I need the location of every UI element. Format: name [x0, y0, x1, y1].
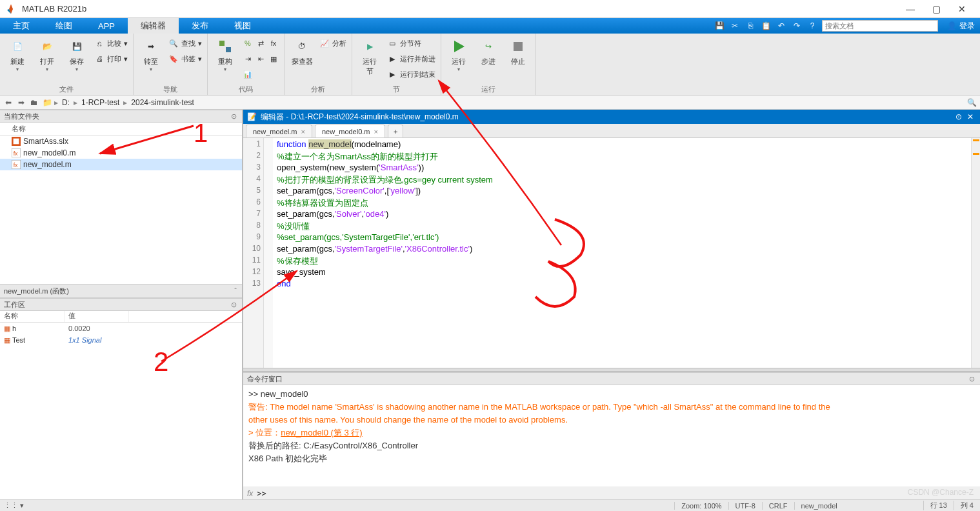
ws-name-col[interactable]: 名称	[0, 311, 65, 322]
editor-tab-row: new_model.m×new_model0.m× +	[243, 124, 980, 138]
compare-button[interactable]: ⎌比较 ▾	[93, 36, 129, 50]
profiler-button[interactable]: ⏱探查器	[288, 36, 315, 66]
open-button[interactable]: 📂打开▾	[34, 36, 61, 72]
code-row2[interactable]: ⇥⇤▦	[241, 52, 280, 66]
editor-tab[interactable]: new_model.m×	[246, 125, 312, 137]
status-zoom[interactable]: Zoom: 100%	[674, 502, 728, 510]
tab-view[interactable]: 视图	[221, 18, 264, 34]
run-section-button[interactable]: ▶运行 节	[356, 36, 383, 76]
panel-menu-icon[interactable]: ⊙	[230, 112, 238, 121]
tab-close-icon[interactable]: ×	[301, 128, 305, 135]
command-window[interactable]: >> new_model0警告: The model name 'SmartAs…	[243, 385, 980, 486]
new-button[interactable]: 📄新建▾	[4, 36, 31, 72]
file-row[interactable]: fxnew_model0.m	[0, 147, 242, 159]
crumb-drive[interactable]: D:	[59, 98, 72, 107]
code-editor[interactable]: 12345678910111213 function new_model(mod…	[243, 138, 980, 368]
status-line: 行 13	[923, 501, 954, 510]
print-button[interactable]: 🖨打印 ▾	[93, 52, 129, 66]
details-collapse-icon[interactable]: ˆ	[233, 287, 238, 295]
goto-button[interactable]: ➡转至▾	[137, 36, 165, 72]
qat-undo-icon[interactable]: ↶	[775, 20, 787, 32]
save-button[interactable]: 💾保存▾	[63, 36, 90, 72]
svg-rect-3	[514, 42, 523, 51]
group-section-label: 节	[356, 85, 437, 95]
matlab-logo-icon	[5, 3, 17, 15]
crumb-2[interactable]: 2024-simulink-test	[128, 98, 196, 107]
workspace-menu-icon[interactable]: ⊙	[230, 301, 238, 309]
login-button[interactable]: 👤 登录	[947, 18, 975, 34]
qat-help-icon[interactable]: ?	[806, 20, 818, 32]
doc-search-input[interactable]	[822, 20, 938, 32]
command-prompt[interactable]: fx >>	[243, 486, 980, 499]
crumb-1[interactable]: 1-RCP-test	[79, 98, 122, 107]
file-row[interactable]: SmartAss.slx	[0, 135, 242, 147]
run-to-end-button[interactable]: ▶运行到结束	[386, 67, 437, 81]
svg-marker-2	[454, 41, 465, 52]
folder-icon[interactable]: 📁	[41, 97, 53, 108]
command-window-header: 命令行窗口 ⊙	[243, 372, 980, 385]
nav-up-icon[interactable]: 🖿	[28, 97, 40, 108]
name-column[interactable]: 名称	[12, 124, 26, 134]
qat-paste-icon[interactable]: 📋	[760, 20, 772, 32]
editor-titlebar: 📝 编辑器 - D:\1-RCP-test\2024-simulink-test…	[243, 110, 980, 124]
tab-plots[interactable]: 绘图	[43, 18, 85, 34]
watermark: CSDN @Chance-Z	[908, 488, 974, 497]
file-row[interactable]: fxnew_model.m	[0, 159, 242, 170]
group-analyze-label: 分析	[288, 85, 348, 95]
tab-publish[interactable]: 发布	[179, 18, 221, 34]
qat-save-icon[interactable]: 💾	[714, 20, 725, 32]
qat-cut-icon[interactable]: ✂	[729, 20, 741, 32]
group-file-label: 文件	[4, 85, 129, 95]
analyze-button[interactable]: 📈分析	[318, 36, 348, 50]
tab-close-icon[interactable]: ×	[374, 128, 378, 135]
minimize-button[interactable]: —	[897, 4, 923, 14]
status-encoding[interactable]: UTF-8	[728, 502, 762, 510]
ws-value-col[interactable]: 值	[65, 311, 129, 322]
editor-doc-icon: 📝	[247, 112, 257, 121]
step-button[interactable]: ↪步进	[475, 36, 502, 66]
status-bar: ⋮⋮ ▾ Zoom: 100% UTF-8 CRLF new_model 行 1…	[0, 499, 980, 511]
run-button[interactable]: 运行▾	[445, 36, 472, 72]
stop-button[interactable]: 停止	[505, 36, 532, 66]
ribbon: 📄新建▾ 📂打开▾ 💾保存▾ ⎌比较 ▾ 🖨打印 ▾ 文件 ➡转至▾ 🔍查找 ▾…	[0, 34, 980, 95]
tab-editor[interactable]: 编辑器	[128, 18, 179, 34]
cmd-menu-icon[interactable]: ⊙	[968, 375, 976, 383]
workspace-row[interactable]: ▦Test1x1 Signal	[0, 334, 242, 346]
editor-close-icon[interactable]: ✕	[965, 112, 976, 121]
file-list: SmartAss.slxfxnew_model0.mfxnew_model.m	[0, 135, 242, 284]
section-break-button[interactable]: ▭分节符	[386, 36, 437, 50]
qat-redo-icon[interactable]: ↷	[791, 20, 803, 32]
bookmark-button[interactable]: 🔖书签 ▾	[167, 52, 203, 66]
details-header: new_model.m (函数) ˆ	[0, 284, 242, 298]
current-folder-header: 当前文件夹 ⊙	[0, 110, 242, 123]
status-col: 列 4	[954, 501, 980, 510]
new-tab-button[interactable]: +	[388, 125, 403, 137]
status-left: ⋮⋮ ▾	[0, 501, 674, 510]
find-button[interactable]: 🔍查找 ▾	[167, 36, 203, 50]
editor-menu-icon[interactable]: ⊙	[953, 112, 965, 121]
status-function[interactable]: new_model	[794, 502, 923, 510]
maximize-button[interactable]: ▢	[923, 4, 949, 14]
workspace-row[interactable]: ▦h0.0020	[0, 323, 242, 334]
tab-home[interactable]: 主页	[0, 18, 43, 34]
tab-apps[interactable]: APP	[85, 18, 128, 34]
path-search-icon[interactable]: 🔍	[966, 97, 977, 108]
address-bar: ⬅ ➡ 🖿 📁 ▸ D:▸ 1-RCP-test▸ 2024-simulink-…	[0, 95, 980, 110]
nav-fwd-icon[interactable]: ➡	[15, 97, 27, 108]
nav-back-icon[interactable]: ⬅	[3, 97, 14, 108]
close-button[interactable]: ✕	[949, 4, 975, 14]
app-title: MATLAB R2021b	[22, 4, 897, 14]
run-advance-button[interactable]: ▶运行并前进	[386, 52, 437, 66]
editor-tab[interactable]: new_model0.m×	[315, 125, 385, 137]
svg-rect-1	[226, 47, 231, 52]
refactor-button[interactable]: 重构▾	[212, 36, 239, 72]
svg-text:fx: fx	[14, 162, 18, 168]
code-row3[interactable]: 📊	[241, 67, 280, 81]
svg-rect-5	[14, 139, 19, 145]
fx-icon[interactable]: fx	[243, 489, 257, 498]
qat-copy-icon[interactable]: ⎘	[745, 20, 756, 32]
group-code-label: 代码	[212, 85, 280, 95]
code-row1[interactable]: %⇄fx	[241, 36, 280, 50]
file-list-header: 名称	[0, 123, 242, 135]
status-eol[interactable]: CRLF	[762, 502, 794, 510]
